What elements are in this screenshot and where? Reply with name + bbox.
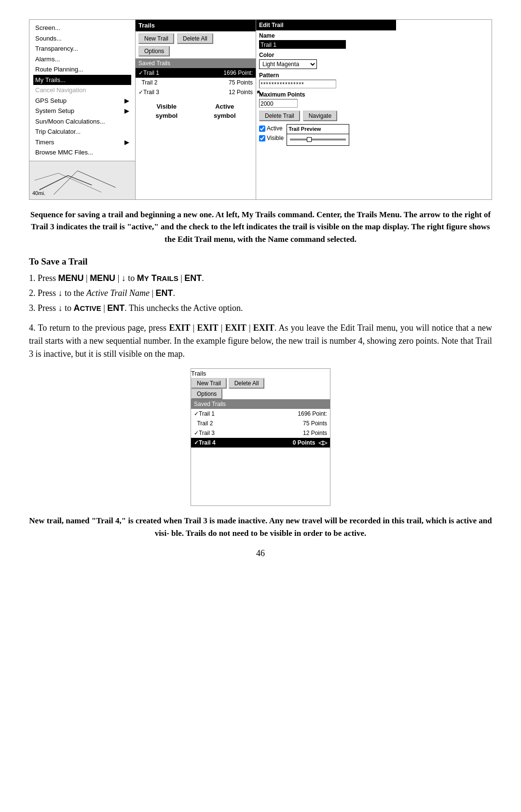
visible-checkbox[interactable] bbox=[259, 135, 265, 141]
key-exit3: EXIT bbox=[225, 323, 247, 333]
options-row: Options bbox=[136, 46, 256, 58]
menu-route-planning[interactable]: Route Planning... bbox=[33, 64, 131, 75]
visible-checkbox-row: Visible bbox=[259, 134, 284, 142]
empty-space bbox=[191, 448, 330, 505]
delete-trail-button[interactable]: Delete Trail bbox=[259, 111, 300, 121]
step-2: 2. Press ↓ to the Active Trail Name | EN… bbox=[29, 287, 492, 300]
checkboxes: Active Visible bbox=[259, 124, 284, 142]
figure-top-caption: Sequence for saving a trail and beginnin… bbox=[29, 209, 492, 246]
panel-bottom: Trails New Trail Delete All Options Save… bbox=[191, 368, 330, 506]
maxpoints-section: Maximum Points 2000 bbox=[256, 89, 396, 109]
menu-screen[interactable]: Screen... bbox=[33, 23, 131, 33]
svg-line-4 bbox=[35, 173, 58, 180]
delete-all-button[interactable]: Delete All bbox=[177, 33, 213, 44]
bottom-options-button[interactable]: Options bbox=[191, 389, 222, 399]
visible-symbol-label: Visible symbol bbox=[155, 102, 178, 121]
arrow-icon: ▶ bbox=[124, 138, 129, 147]
paragraph-4: 4. To return to the previous page, press… bbox=[29, 322, 492, 361]
trail-preview-section: Active Visible Trail Preview bbox=[256, 123, 396, 147]
step-3: 3. Press ↓ to ACTIVE | ENT. This uncheck… bbox=[29, 302, 492, 315]
menu-sun-moon[interactable]: Sun/Moon Calculations... bbox=[33, 116, 131, 127]
key-menu1: MENU bbox=[58, 273, 84, 283]
section-heading: To Save a Trail bbox=[29, 255, 492, 269]
key-ent2: ENT bbox=[156, 288, 173, 298]
trail-preview-box: Trail Preview bbox=[287, 124, 349, 146]
svg-line-5 bbox=[58, 173, 101, 192]
options-button[interactable]: Options bbox=[138, 46, 170, 56]
menu-system-setup[interactable]: System Setup ▶ bbox=[33, 106, 131, 116]
saved-trails-header: Saved Trails bbox=[136, 58, 256, 68]
menu-cancel-nav[interactable]: Cancel Navigation bbox=[33, 85, 131, 96]
trails-title: Trails bbox=[136, 20, 256, 31]
navigate-button[interactable]: Navigate bbox=[303, 111, 337, 121]
key-mytrails: MY TRAILS bbox=[137, 273, 178, 283]
menu-trip-calc[interactable]: Trip Calculator... bbox=[33, 126, 131, 137]
key-ent3: ENT bbox=[107, 303, 124, 313]
menu-my-trails[interactable]: My Trails... bbox=[33, 75, 131, 85]
active-checkbox[interactable] bbox=[259, 126, 265, 132]
pattern-label: Pattern bbox=[259, 71, 393, 80]
panel-left: Screen... Sounds... Transparency... Alar… bbox=[29, 20, 136, 199]
bottom-trail-row-4[interactable]: ✓Trail 4 0 Points ◁▷ bbox=[191, 438, 330, 448]
color-select[interactable]: Light Magenta bbox=[259, 59, 317, 69]
menu-transparency[interactable]: Transparency... bbox=[33, 43, 131, 54]
bottom-trail-row-2[interactable]: Trail 2 75 Points bbox=[191, 419, 330, 428]
bottom-btn-row: New Trail Delete All bbox=[191, 378, 330, 389]
color-label: Color bbox=[259, 51, 393, 59]
steps-list: 1. Press MENU | MENU | ↓ to MY TRAILS | … bbox=[29, 272, 492, 315]
bottom-delete-all-button[interactable]: Delete All bbox=[229, 378, 265, 389]
key-exit4: EXIT bbox=[253, 323, 274, 333]
bottom-trail-row-3[interactable]: ✓Trail 3 12 Points bbox=[191, 428, 330, 438]
panel-center: Trails New Trail Delete All Options Save… bbox=[136, 20, 256, 199]
key-exit2: EXIT bbox=[197, 323, 219, 333]
key-ent1: ENT bbox=[184, 273, 202, 283]
bottom-new-trail-button[interactable]: New Trail bbox=[191, 378, 227, 389]
trail-row-1[interactable]: ✓Trail 1 1696 Point: bbox=[136, 68, 256, 78]
slider-track bbox=[290, 139, 346, 140]
figure-bottom-caption: New trail, named "Trail 4," is created w… bbox=[29, 515, 492, 539]
bottom-options-row: Options bbox=[191, 389, 330, 399]
name-label: Name bbox=[259, 31, 393, 40]
map-area: 40mi. bbox=[29, 161, 135, 199]
active-label: Active bbox=[267, 124, 283, 133]
bottom-trail-row-1[interactable]: ✓Trail 1 1696 Point: bbox=[191, 409, 330, 419]
arrow-icon: ▶ bbox=[124, 96, 129, 106]
menu-browse-mmc[interactable]: Browse MMC Files... bbox=[33, 147, 131, 158]
trail-row-2[interactable]: Trail 2 75 Points bbox=[136, 78, 256, 87]
pattern-section: Pattern **************** bbox=[256, 70, 396, 89]
bottom-saved-trails-header: Saved Trails bbox=[191, 399, 330, 409]
figure-bottom: Trails New Trail Delete All Options Save… bbox=[29, 368, 492, 506]
menu-gps-setup[interactable]: GPS Setup ▶ bbox=[33, 96, 131, 106]
slider-thumb[interactable] bbox=[307, 137, 312, 142]
svg-line-3 bbox=[78, 170, 116, 187]
active-arrow-icon: ↖ bbox=[256, 87, 262, 99]
svg-line-2 bbox=[54, 170, 77, 194]
key-exit1: EXIT bbox=[169, 323, 190, 333]
arrow-icon: ▶ bbox=[124, 106, 129, 116]
name-section: Name Trail 1 bbox=[256, 30, 396, 50]
name-input[interactable]: Trail 1 bbox=[259, 40, 346, 49]
trail-preview-title: Trail Preview bbox=[287, 125, 349, 134]
map-scale-label: 40mi. bbox=[32, 189, 45, 197]
preview-slider-area bbox=[287, 134, 349, 146]
menu-sounds[interactable]: Sounds... bbox=[33, 33, 131, 44]
color-section: Color Light Magenta bbox=[256, 50, 396, 70]
active-trail-name-italic: Active Trail Name bbox=[86, 288, 150, 298]
new-trail-button[interactable]: New Trail bbox=[138, 33, 174, 44]
maxpoints-label: Maximum Points bbox=[259, 90, 393, 99]
page-number: 46 bbox=[29, 547, 492, 560]
menu-alarms[interactable]: Alarms... bbox=[33, 54, 131, 65]
pattern-input[interactable]: **************** bbox=[259, 80, 336, 88]
color-row: Light Magenta bbox=[259, 59, 393, 69]
menu-timers[interactable]: Timers ▶ bbox=[33, 137, 131, 148]
visible-label: Visible bbox=[267, 134, 284, 142]
left-menu: Screen... Sounds... Transparency... Alar… bbox=[29, 20, 135, 161]
trail-row-3[interactable]: ✓Trail 3 12 Points ↖ bbox=[136, 87, 256, 97]
top-btn-row: New Trail Delete All bbox=[136, 31, 256, 46]
figure-top: Screen... Sounds... Transparency... Alar… bbox=[29, 19, 492, 200]
active-symbol-label: Active symbol bbox=[214, 102, 236, 121]
maxpoints-input[interactable]: 2000 bbox=[259, 99, 298, 108]
panel-right: Edit Trail Name Trail 1 Color Light Mage… bbox=[256, 20, 396, 199]
edit-trail-title: Edit Trail bbox=[256, 20, 396, 30]
key-menu2: MENU bbox=[90, 273, 115, 283]
